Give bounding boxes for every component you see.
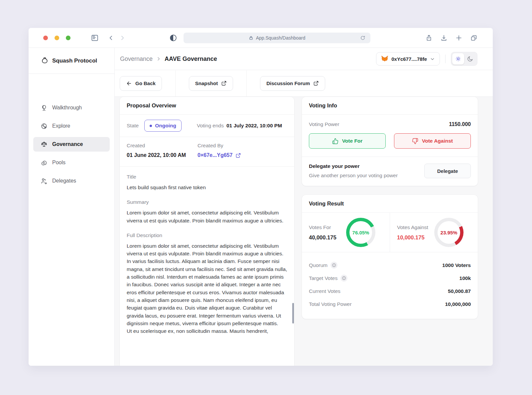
stat-row-total-voting-power: Total Voting Power 10,000,000 <box>309 298 471 311</box>
created-by-link[interactable]: 0×67e...Yg657 <box>198 152 268 158</box>
reload-icon[interactable] <box>360 35 366 41</box>
votes-against-section: Votes Against 10,000.175 23.95% <box>390 213 478 252</box>
squash-logo-icon <box>41 57 49 65</box>
created-label: Created <box>127 143 198 149</box>
quorum-label: Quorum <box>309 262 328 268</box>
chevron-right-icon <box>156 56 161 62</box>
reader-contrast-icon[interactable] <box>169 34 178 42</box>
minimize-window-button[interactable] <box>55 36 59 40</box>
toolbar: Go Back Snapshot Discussion Forum <box>115 70 493 97</box>
browser-sidebar-icon[interactable] <box>90 34 99 42</box>
voting-result-card: Voting Result Votes For 40,000.175 76.05… <box>302 195 478 319</box>
stat-row-current-votes: Current Votes 50,000.87 <box>309 285 471 298</box>
discussion-forum-label: Discussion Forum <box>266 80 310 86</box>
thumbs-down-icon <box>412 138 418 144</box>
voting-ends-value: 01 July 2022, 10:00 PM <box>226 123 282 129</box>
status-text: Ongoing <box>155 123 176 129</box>
proposal-body: Title Lets build squash first native tok… <box>120 167 294 350</box>
info-icon[interactable] <box>331 262 337 269</box>
download-icon[interactable] <box>440 34 448 42</box>
light-mode-button[interactable] <box>452 53 464 65</box>
sidebar-item-label: Governance <box>52 141 83 147</box>
lock-icon <box>249 36 253 40</box>
url-bar[interactable]: App.Squash/Dashboard <box>184 33 370 43</box>
votes-against-percent: 23.95% <box>441 230 458 235</box>
page-header: Governance AAVE Governance 0xYc677....78… <box>115 48 493 70</box>
new-tab-icon[interactable] <box>455 34 463 42</box>
quorum-value: 1000 Voters <box>442 262 471 268</box>
brand-name: Squash Protocol <box>52 58 97 64</box>
go-back-label: Go Back <box>135 80 156 86</box>
sidebar-item-explore[interactable]: Explore <box>33 119 110 133</box>
external-link-icon <box>235 153 241 158</box>
full-description-p2: Ut eu scelerisque ex, non sollicitudin m… <box>127 327 287 335</box>
traffic-lights <box>43 36 70 40</box>
divider <box>445 55 446 63</box>
discussion-forum-button[interactable]: Discussion Forum <box>260 76 325 91</box>
sidebar: Squash Protocol Walkthrough <box>29 48 115 366</box>
sidebar-item-label: Walkthrough <box>52 105 82 111</box>
votes-against-label: Votes Against <box>397 224 428 230</box>
status-badge: Ongoing <box>144 120 182 132</box>
voting-info-card: Voting Info Voting Power 1150.000 Vote F… <box>302 97 478 186</box>
forward-icon[interactable] <box>119 35 126 41</box>
tab-overview-icon[interactable] <box>470 34 477 42</box>
sidebar-item-delegates[interactable]: Delegates <box>33 174 110 188</box>
scrollbar-thumb[interactable] <box>292 303 294 324</box>
current-votes-label: Current Votes <box>309 288 340 294</box>
maximize-window-button[interactable] <box>66 36 70 40</box>
sidebar-item-label: Explore <box>52 123 70 129</box>
sidebar-item-pools[interactable]: Pools <box>33 155 110 170</box>
external-link-icon <box>313 80 319 86</box>
voting-result-heading: Voting Result <box>302 195 478 213</box>
sidebar-item-governance[interactable]: Governance <box>33 137 110 152</box>
votes-against-donut: 23.95% <box>434 218 464 247</box>
votes-for-label: Votes For <box>309 224 336 230</box>
snapshot-button[interactable]: Snapshot <box>189 76 233 91</box>
info-icon[interactable] <box>340 275 347 282</box>
go-back-button[interactable]: Go Back <box>120 76 162 91</box>
created-value: 01 June 2022, 10:00 AM <box>127 152 198 158</box>
delegate-button[interactable]: Delegate <box>424 164 471 178</box>
vote-for-button[interactable]: Vote For <box>309 133 386 149</box>
metamask-fox-icon <box>381 56 388 62</box>
votes-against-value: 10,000.175 <box>397 234 428 241</box>
back-icon[interactable] <box>108 35 114 41</box>
breadcrumb-governance[interactable]: Governance <box>120 56 153 63</box>
voting-stats: Quorum 1000 Voters Target Votes <box>302 252 478 319</box>
wallet-button[interactable]: 0xYc677....78fe <box>376 52 440 66</box>
created-by-label: Created By <box>198 143 268 149</box>
close-window-button[interactable] <box>43 36 48 40</box>
browser-chrome: App.Squash/Dashboard <box>29 28 493 48</box>
url-text: App.Squash/Dashboard <box>256 35 306 41</box>
brand[interactable]: Squash Protocol <box>29 48 114 74</box>
voting-ends-label: Voting ends <box>197 123 224 129</box>
voting-power-value: 1150.000 <box>449 121 471 127</box>
delegate-title: Delegate your power <box>309 163 398 169</box>
vote-against-button[interactable]: Vote Against <box>394 133 471 149</box>
divider <box>175 70 176 96</box>
summary-value: Lorem ipsum dolor sit amet, consectetur … <box>127 209 287 224</box>
thumbs-up-icon <box>332 138 338 144</box>
title-value: Lets build squash first native token <box>127 184 287 191</box>
proposal-overview-heading: Proposal Overview <box>120 97 294 115</box>
dark-mode-button[interactable] <box>464 53 476 65</box>
status-dot-icon <box>150 125 152 127</box>
sidebar-item-walkthrough[interactable]: Walkthrough <box>33 100 110 115</box>
total-voting-power-label: Total Voting Power <box>309 301 351 307</box>
snapshot-label: Snapshot <box>195 80 218 86</box>
arrow-left-icon <box>126 80 132 86</box>
theme-toggle <box>451 52 477 66</box>
scale-icon <box>41 141 48 148</box>
full-description-label: Full Description <box>127 232 287 238</box>
voting-power-label: Voting Power <box>309 121 339 127</box>
target-votes-value: 100k <box>460 275 471 281</box>
sidebar-item-label: Pools <box>52 160 66 166</box>
stat-row-target-votes: Target Votes 100k <box>309 272 471 285</box>
target-votes-label: Target Votes <box>309 275 337 281</box>
browser-window: App.Squash/Dashboard <box>29 28 493 366</box>
votes-for-donut: 76.05% <box>346 218 375 247</box>
globe-stand-icon <box>41 104 48 111</box>
state-label: State <box>127 123 139 129</box>
share-icon[interactable] <box>425 34 433 42</box>
